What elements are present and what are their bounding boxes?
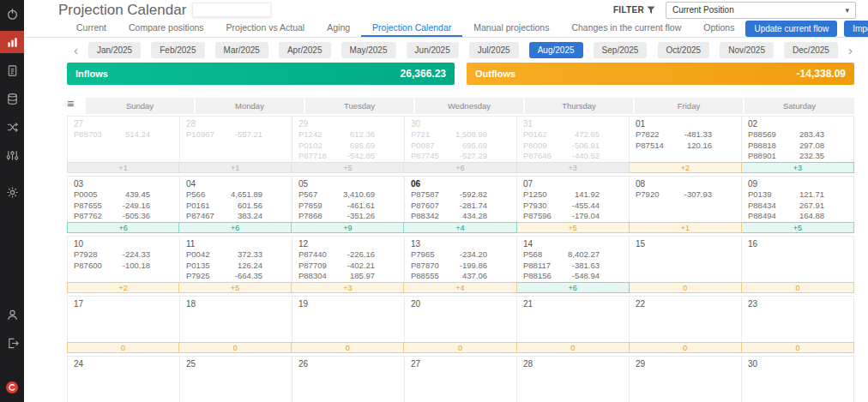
month-chip-apr-2025[interactable]: Apr/2025 [279,42,331,58]
day-cell-11[interactable]: 11P0042372.33P0135126.24P7925-664.35 [180,236,292,282]
week-total-cell[interactable]: 0 [179,342,292,353]
day-cell-20[interactable]: 20 [405,296,517,342]
month-chip-mar-2025[interactable]: Mar/2025 [215,42,268,58]
month-chip-jan-2025[interactable]: Jan/2025 [88,42,141,58]
day-cell-29[interactable]: 29 [630,356,742,402]
week-total-cell[interactable]: +5 [742,222,854,233]
day-cell-01[interactable]: 01P7822-481.33P87514120.16 [630,116,742,162]
day-cell-30[interactable]: 30P7211,508.99P0087695.69P87745-527.29 [405,116,517,162]
week-total-cell[interactable]: +6 [67,222,179,233]
week-total-cell[interactable]: 0 [630,342,742,353]
day-cell-27[interactable]: 27 [405,356,517,402]
week-total-cell[interactable]: +6 [517,282,630,293]
day-cell-24[interactable]: 24 [68,356,180,402]
user-icon[interactable] [0,303,24,326]
month-chip-aug-2025[interactable]: Aug/2025 [529,42,583,58]
week-total-cell[interactable]: +4 [404,222,516,233]
day-cell-13[interactable]: 13P7965-234.20P87870-199.86P88555437.06 [405,236,517,282]
week-total-cell[interactable]: 0 [630,282,742,293]
day-cell-06[interactable]: 06P87587-592.82P87607-281.74P88342434.28 [405,176,517,222]
week-total-cell[interactable]: +1 [630,222,742,233]
week-total-cell[interactable]: +3 [742,162,854,173]
day-cell-10[interactable]: 10P7928-224.33P87600-100.18 [68,236,180,282]
month-chip-jun-2025[interactable]: Jun/2025 [407,42,459,58]
day-cell-07[interactable]: 07P1250141.92P7930-455.44P87596-179.04 [517,176,630,222]
day-cell-31[interactable]: 31P0162472.65P8009-506.91P87646-440.52 [517,116,630,162]
month-chip-sep-2025[interactable]: Sep/2025 [594,42,648,58]
day-cell-02[interactable]: 02P88569283.43P88818297.08P88901232.35 [742,116,854,162]
day-cell-04[interactable]: 04P5664,651.89P0161601.56P87467383.24 [180,176,292,222]
week-total-cell[interactable]: +1 [67,162,179,173]
week-total-cell[interactable]: 0 [292,342,404,353]
update-current-flow-button[interactable]: Update current flow [745,21,837,37]
flow-icon[interactable] [0,116,24,138]
week-total-cell[interactable]: +6 [179,222,292,233]
week-total-cell[interactable]: +6 [404,162,516,173]
tab-changes-in-the-current-flow[interactable]: Changes in the current flow [560,20,692,37]
day-cell-25[interactable]: 25 [180,356,292,402]
brand-badge-icon[interactable] [0,376,24,399]
day-cell-22[interactable]: 22 [630,296,742,342]
menu-icon[interactable]: ≡ [67,98,86,114]
week-total-cell[interactable]: +2 [67,282,179,293]
day-cell-14[interactable]: 14P5688,402.27P88117-381.63P88156-548.94 [517,236,630,282]
day-cell-18[interactable]: 18 [180,296,292,342]
week-total-cell[interactable]: 0 [67,342,179,353]
day-cell-27[interactable]: 27P88703514.24 [68,116,180,162]
day-cell-17[interactable]: 17 [68,296,180,342]
week-total-cell[interactable]: +5 [292,162,404,173]
tab-compare-positions[interactable]: Compare positions [118,20,215,37]
settings-gear-icon[interactable] [0,181,24,203]
week-total-cell[interactable]: 0 [517,342,630,353]
week-total-cell[interactable]: +9 [292,222,404,233]
week-total-cell[interactable]: +2 [630,162,742,173]
day-cell-09[interactable]: 09P0139121.71P88434267.91P88494164.88 [742,176,854,222]
week-total-cell[interactable]: +3 [292,282,404,293]
week-total-cell[interactable]: +5 [517,222,630,233]
title-input[interactable] [192,3,271,17]
week-total-cell[interactable]: +3 [517,162,630,173]
tab-projection-calendar[interactable]: Projection Calendar [361,20,462,37]
next-month-button[interactable]: › [847,44,854,57]
week-total-cell[interactable]: +1 [179,162,292,173]
tab-aging[interactable]: Aging [316,20,361,37]
month-chip-feb-2025[interactable]: Feb/2025 [151,42,204,58]
day-cell-30[interactable]: 30 [742,356,854,402]
week-total-cell[interactable]: +4 [404,282,516,293]
day-cell-16[interactable]: 16 [742,236,854,282]
day-cell-19[interactable]: 19 [292,296,405,342]
month-chip-oct-2025[interactable]: Oct/2025 [658,42,710,58]
sliders-icon[interactable] [0,144,24,166]
tab-current[interactable]: Current [65,20,118,37]
day-cell-21[interactable]: 21 [517,296,630,342]
document-icon[interactable] [0,59,24,81]
month-chip-nov-2025[interactable]: Nov/2025 [720,42,774,58]
import-button[interactable]: Import [844,21,868,37]
day-cell-15[interactable]: 15 [630,236,742,282]
day-cell-29[interactable]: 29P1242612.36P0102695.69P87718-542.85 [292,116,405,162]
day-cell-03[interactable]: 03P0005439.45P87655-249.16P87762-505.36 [68,176,180,222]
position-dropdown[interactable]: Current Position ▾ [666,2,856,19]
week-total-cell[interactable]: 0 [404,342,516,353]
logout-icon[interactable] [0,332,24,354]
tab-manual-projections[interactable]: Manual projections [462,20,560,37]
bar-chart-icon[interactable] [0,31,24,53]
week-total-cell[interactable]: +5 [179,282,292,293]
month-chip-jul-2025[interactable]: Jul/2025 [469,42,519,58]
week-total-cell[interactable]: 0 [742,282,854,293]
power-icon[interactable] [0,3,24,25]
month-chip-dec-2025[interactable]: Dec/2025 [784,42,838,58]
day-cell-12[interactable]: 12P87440-226.16P87709-402.21P88304185.97 [292,236,405,282]
month-chip-may-2025[interactable]: May/2025 [341,42,396,58]
database-icon[interactable] [0,87,24,110]
day-cell-05[interactable]: 05P5673,410.69P7859-461.61P7868-351.26 [292,176,405,222]
day-cell-23[interactable]: 23 [742,296,854,342]
prev-month-button[interactable]: ‹ [72,44,80,57]
day-cell-08[interactable]: 08P7920-307.93 [630,176,742,222]
day-cell-26[interactable]: 26 [292,356,405,402]
tab-options[interactable]: Options [692,20,745,37]
tab-projection-vs-actual[interactable]: Projection vs Actual [215,20,316,37]
day-cell-28[interactable]: 28 [517,356,630,402]
day-cell-28[interactable]: 28P10967-557.21 [180,116,292,162]
week-total-cell[interactable]: 0 [742,342,854,353]
